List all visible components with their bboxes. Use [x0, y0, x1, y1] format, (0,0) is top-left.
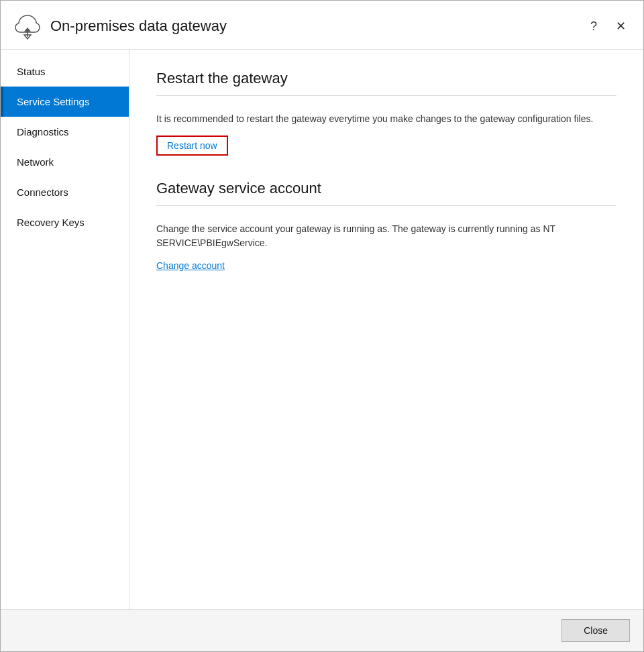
account-description: Change the service account your gateway … [156, 222, 616, 250]
sidebar-item-status[interactable]: Status [1, 56, 129, 87]
restart-section: Restart the gateway It is recommended to… [156, 70, 616, 156]
close-window-button[interactable]: ✕ [612, 19, 630, 34]
svg-marker-1 [24, 28, 31, 32]
sidebar: Status Service Settings Diagnostics Netw… [1, 50, 129, 609]
account-section: Gateway service account Change the servi… [156, 180, 616, 272]
main-window: On-premises data gateway ? ✕ Status Serv… [0, 0, 644, 652]
account-title: Gateway service account [156, 180, 616, 197]
sidebar-item-network[interactable]: Network [1, 147, 129, 177]
sidebar-item-diagnostics[interactable]: Diagnostics [1, 117, 129, 147]
close-button[interactable]: Close [561, 619, 630, 642]
window-title: On-premises data gateway [50, 17, 586, 35]
sidebar-item-connectors[interactable]: Connectors [1, 177, 129, 207]
restart-title: Restart the gateway [156, 70, 616, 87]
sidebar-item-service-settings[interactable]: Service Settings [1, 87, 129, 117]
footer: Close [1, 609, 643, 651]
main-content: Restart the gateway It is recommended to… [129, 50, 643, 609]
content-area: Status Service Settings Diagnostics Netw… [1, 50, 643, 609]
divider-1 [156, 95, 616, 96]
divider-2 [156, 205, 616, 206]
restart-description: It is recommended to restart the gateway… [156, 112, 616, 126]
change-account-button[interactable]: Change account [156, 260, 225, 271]
help-button[interactable]: ? [586, 19, 601, 34]
sidebar-item-recovery-keys[interactable]: Recovery Keys [1, 207, 129, 237]
window-controls: ? ✕ [586, 19, 630, 34]
title-bar: On-premises data gateway ? ✕ [1, 1, 643, 50]
gateway-icon [14, 13, 41, 40]
restart-now-button[interactable]: Restart now [156, 135, 228, 156]
